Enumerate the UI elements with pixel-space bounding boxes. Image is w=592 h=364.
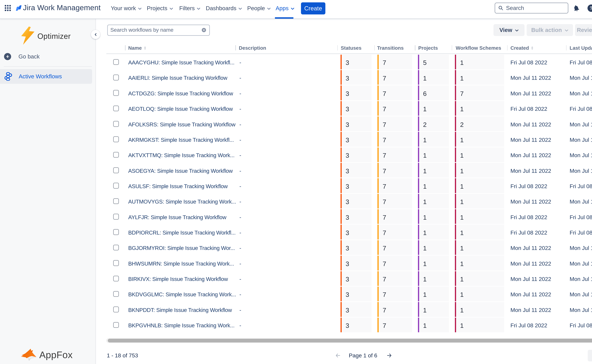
svg-text:?: ? <box>590 6 592 11</box>
